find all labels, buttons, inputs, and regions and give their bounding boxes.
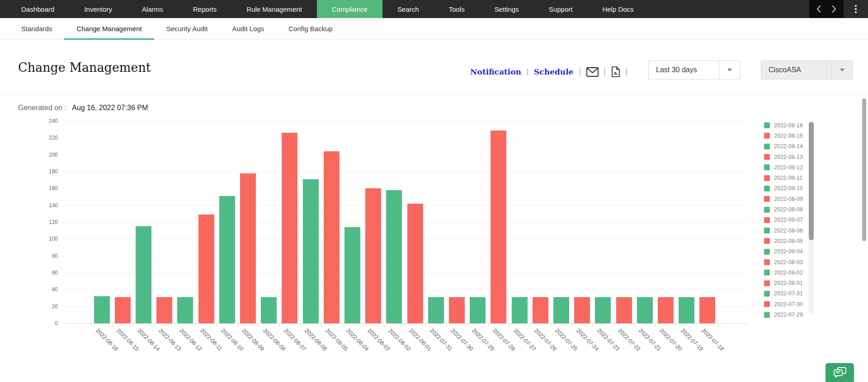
- legend-item-2022-07-31[interactable]: 2022-07-31: [764, 289, 803, 299]
- chevron-right-icon[interactable]: [831, 5, 836, 13]
- time-range-dropdown[interactable]: Last 30 days: [648, 61, 740, 79]
- bar-2022-07-20[interactable]: [658, 297, 674, 323]
- legend-item-2022-07-30[interactable]: 2022-07-30: [764, 299, 803, 309]
- legend-item-2022-08-04[interactable]: 2022-08-04: [764, 247, 803, 257]
- x-tick-label: 2022-08-01: [408, 327, 433, 352]
- legend-item-2022-08-02[interactable]: 2022-08-02: [764, 267, 803, 278]
- bar-2022-07-26[interactable]: [533, 297, 548, 323]
- bar-2022-08-15[interactable]: [115, 297, 131, 323]
- notification-link[interactable]: Notification: [470, 67, 521, 76]
- x-tick: [613, 323, 614, 326]
- pdf-export-icon[interactable]: [611, 66, 620, 77]
- gridline-60: [63, 273, 749, 273]
- bar-2022-07-31[interactable]: [428, 297, 444, 323]
- legend-item-2022-08-03[interactable]: 2022-08-03: [764, 257, 803, 267]
- bar-2022-08-10[interactable]: [219, 196, 235, 323]
- device-dropdown[interactable]: CiscoASA: [761, 61, 853, 79]
- tab-change-management[interactable]: Change Management: [64, 18, 154, 39]
- bar-2022-08-14[interactable]: [136, 226, 151, 323]
- bar-2022-08-13[interactable]: [156, 297, 172, 323]
- bar-2022-07-24[interactable]: [574, 297, 590, 323]
- bar-2022-08-01[interactable]: [407, 204, 423, 323]
- bar-2022-08-04[interactable]: [344, 227, 360, 323]
- page-scrollbar[interactable]: [862, 98, 866, 241]
- nav-item-inventory[interactable]: Inventory: [69, 0, 127, 18]
- bar-2022-07-27[interactable]: [512, 297, 528, 323]
- bar-2022-07-30[interactable]: [449, 297, 465, 323]
- x-tick: [133, 323, 133, 326]
- bar-2022-08-05[interactable]: [324, 151, 340, 323]
- x-tick: [112, 323, 113, 326]
- legend-color-swatch: [764, 217, 770, 223]
- bar-2022-07-23[interactable]: [595, 297, 611, 323]
- bar-2022-08-06[interactable]: [303, 179, 319, 323]
- x-tick: [530, 323, 530, 326]
- nav-item-reports[interactable]: Reports: [178, 0, 232, 18]
- legend-item-2022-08-13[interactable]: 2022-08-13: [764, 152, 803, 162]
- tab-standards[interactable]: Standards: [9, 18, 64, 39]
- tab-config-backup[interactable]: Config Backup: [276, 18, 345, 39]
- bar-2022-07-22[interactable]: [616, 297, 632, 323]
- legend-label: 2022-07-30: [774, 301, 803, 307]
- legend-item-2022-08-09[interactable]: 2022-08-09: [764, 194, 803, 204]
- bar-2022-08-11[interactable]: [198, 214, 214, 323]
- chevron-left-icon[interactable]: [816, 5, 821, 13]
- legend-color-swatch: [764, 312, 770, 318]
- nav-item-support[interactable]: Support: [534, 0, 588, 18]
- legend-color-swatch: [764, 238, 770, 244]
- mail-icon[interactable]: [586, 67, 599, 77]
- legend-item-2022-08-11[interactable]: 2022-08-11: [764, 173, 802, 183]
- legend-item-2022-07-29[interactable]: 2022-07-29: [764, 309, 803, 320]
- bar-2022-07-25[interactable]: [553, 297, 569, 323]
- nav-item-tools[interactable]: Tools: [434, 0, 480, 18]
- header-divider: [0, 94, 868, 94]
- bar-2022-08-12[interactable]: [177, 297, 193, 323]
- legend-label: 2022-08-16: [774, 122, 803, 129]
- bar-2022-08-09[interactable]: [240, 173, 256, 323]
- top-navbar-right: [809, 0, 868, 18]
- chat-button[interactable]: [826, 363, 854, 382]
- legend-item-2022-08-15[interactable]: 2022-08-15: [764, 130, 803, 141]
- legend-item-2022-08-06[interactable]: 2022-08-06: [764, 225, 803, 236]
- tab-security-audit[interactable]: Security Audit: [154, 18, 220, 39]
- change-management-chart: 020406080100120140160180200220240 2022-0…: [0, 0, 868, 382]
- legend-item-2022-08-16[interactable]: 2022-08-16: [764, 120, 803, 130]
- legend-item-2022-08-07[interactable]: 2022-08-07: [764, 215, 803, 225]
- x-tick-label: 2022-08-14: [136, 327, 161, 352]
- bar-2022-08-03[interactable]: [365, 188, 381, 323]
- x-tick-label: 2022-07-21: [637, 327, 662, 352]
- legend-label: 2022-08-03: [774, 259, 803, 266]
- nav-item-alarms[interactable]: Alarms: [127, 0, 178, 18]
- legend-color-swatch: [764, 228, 770, 233]
- nav-item-search[interactable]: Search: [382, 0, 434, 18]
- bar-2022-08-02[interactable]: [386, 190, 402, 323]
- schedule-link[interactable]: Schedule: [534, 67, 573, 76]
- nav-item-settings[interactable]: Settings: [480, 0, 534, 18]
- legend-item-2022-08-05[interactable]: 2022-08-05: [764, 236, 803, 246]
- legend-item-2022-08-01[interactable]: 2022-08-01: [764, 278, 803, 289]
- bar-2022-08-08[interactable]: [261, 297, 277, 323]
- legend-item-2022-08-12[interactable]: 2022-08-12: [764, 162, 803, 172]
- bar-2022-07-28[interactable]: [491, 130, 506, 323]
- tab-audit-logs[interactable]: Audit Logs: [220, 18, 276, 39]
- bar-2022-08-16[interactable]: [94, 296, 110, 323]
- nav-item-dashboard[interactable]: Dashboard: [6, 0, 69, 18]
- nav-item-help-docs[interactable]: Help Docs: [587, 0, 648, 18]
- legend-item-2022-08-14[interactable]: 2022-08-14: [764, 141, 803, 152]
- kebab-menu-icon[interactable]: [844, 0, 868, 18]
- legend-color-swatch: [764, 301, 770, 307]
- nav-item-rule-management[interactable]: Rule Management: [231, 0, 317, 18]
- legend-item-2022-08-10[interactable]: 2022-08-10: [764, 183, 803, 194]
- legend-scrollbar-thumb[interactable]: [809, 122, 814, 240]
- nav-item-compliance[interactable]: Compliance: [317, 0, 382, 18]
- legend-item-2022-08-08[interactable]: 2022-08-08: [764, 204, 803, 214]
- bar-2022-07-18[interactable]: [699, 297, 715, 323]
- legend-color-swatch: [764, 291, 770, 297]
- bar-2022-08-07[interactable]: [282, 133, 297, 323]
- bar-2022-07-21[interactable]: [637, 297, 653, 323]
- x-tick-label: 2022-08-06: [303, 327, 328, 352]
- legend-color-swatch: [764, 122, 770, 128]
- bar-2022-07-19[interactable]: [679, 297, 694, 323]
- bar-2022-07-29[interactable]: [470, 297, 486, 323]
- legend-scrollbar[interactable]: [809, 121, 814, 314]
